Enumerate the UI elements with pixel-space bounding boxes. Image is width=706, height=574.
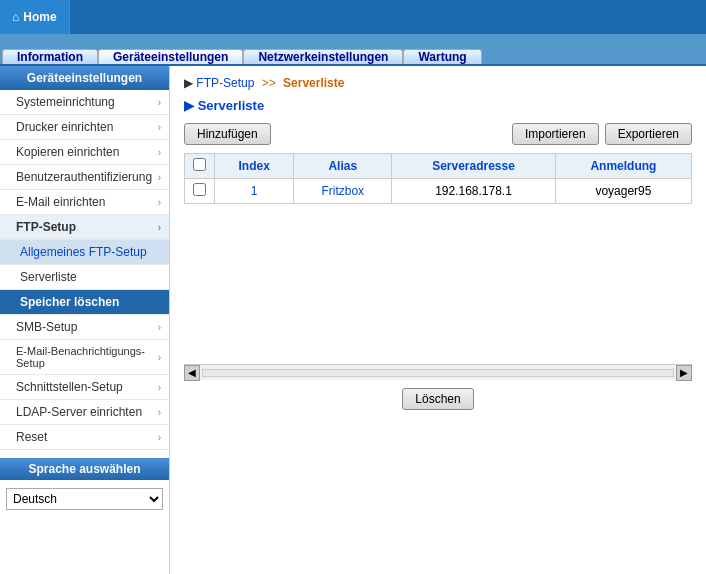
tab-wartung[interactable]: Wartung	[403, 49, 481, 64]
home-icon: ⌂	[12, 10, 19, 24]
add-button[interactable]: Hinzufügen	[184, 123, 271, 145]
row-checkbox[interactable]	[193, 183, 206, 196]
row-anmeldung: voyager95	[555, 179, 691, 204]
table-row: 1 Fritzbox 192.168.178.1 voyager95	[185, 179, 692, 204]
server-table: Index Alias Serveradresse Anmeldung	[184, 153, 692, 204]
tabs-bar: Information Geräteeinstellungen Netzwerk…	[0, 34, 706, 66]
nav-home[interactable]: ⌂ Home	[0, 0, 70, 34]
sidebar-item-drucker[interactable]: Drucker einrichten›	[0, 115, 169, 140]
breadcrumb-prefix: ▶	[184, 76, 193, 90]
main-content: ▶ FTP-Setup >> Serverliste ▶ Serverliste…	[170, 66, 706, 574]
scroll-right-btn[interactable]: ▶	[676, 365, 692, 381]
breadcrumb-setup-link[interactable]: FTP-Setup	[196, 76, 257, 90]
sidebar-item-speicher-loschen[interactable]: Speicher löschen	[0, 290, 169, 315]
scroll-track[interactable]	[202, 369, 674, 377]
toolbar: Hinzufügen Importieren Exportieren	[184, 123, 692, 145]
row-checkbox-cell	[185, 179, 215, 204]
bottom-action: Löschen	[184, 380, 692, 418]
horizontal-scrollbar[interactable]: ◀ ▶	[184, 364, 692, 380]
tab-netzwerkeinstellungen[interactable]: Netzwerkeinstellungen	[243, 49, 403, 64]
home-label: Home	[23, 10, 56, 24]
sidebar-item-allgemeines-ftp[interactable]: Allgemeines FTP-Setup	[0, 240, 169, 265]
sidebar-item-smb[interactable]: SMB-Setup›	[0, 315, 169, 340]
col-header-serveradresse: Serveradresse	[392, 154, 556, 179]
export-button[interactable]: Exportieren	[605, 123, 692, 145]
col-header-alias: Alias	[294, 154, 392, 179]
breadcrumb: ▶ FTP-Setup >> Serverliste	[184, 76, 692, 90]
col-header-index: Index	[215, 154, 294, 179]
col-header-anmeldung: Anmeldung	[555, 154, 691, 179]
row-serveradresse: 192.168.178.1	[392, 179, 556, 204]
breadcrumb-separator: >>	[262, 76, 276, 90]
sidebar-item-systemeinrichtung[interactable]: Systemeinrichtung›	[0, 90, 169, 115]
sidebar-item-reset[interactable]: Reset›	[0, 425, 169, 450]
col-header-checkbox	[185, 154, 215, 179]
toolbar-left: Hinzufügen	[184, 123, 271, 145]
lang-section-title: Sprache auswählen	[0, 458, 169, 480]
delete-button[interactable]: Löschen	[402, 388, 473, 410]
sidebar-item-ldap[interactable]: LDAP-Server einrichten›	[0, 400, 169, 425]
scroll-left-btn[interactable]: ◀	[184, 365, 200, 381]
tab-geraeteeinstellungen[interactable]: Geräteeinstellungen	[98, 49, 243, 64]
sidebar-item-email-notify[interactable]: E-Mail-Benachrichtigungs-Setup›	[0, 340, 169, 375]
sidebar: Geräteeinstellungen Systemeinrichtung› D…	[0, 66, 170, 574]
row-alias: Fritzbox	[294, 179, 392, 204]
row-index-link[interactable]: 1	[251, 184, 258, 198]
sidebar-item-ftp-setup[interactable]: FTP-Setup›	[0, 215, 169, 240]
sidebar-item-serverliste[interactable]: Serverliste	[0, 265, 169, 290]
sidebar-item-schnittstellen[interactable]: Schnittstellen-Setup›	[0, 375, 169, 400]
select-all-checkbox[interactable]	[193, 158, 206, 171]
import-button[interactable]: Importieren	[512, 123, 599, 145]
toolbar-right: Importieren Exportieren	[512, 123, 692, 145]
row-alias-link[interactable]: Fritzbox	[321, 184, 364, 198]
sidebar-section-title: Geräteeinstellungen	[0, 66, 169, 90]
section-title-prefix: ▶	[184, 98, 194, 113]
breadcrumb-current: Serverliste	[283, 76, 344, 90]
tab-information[interactable]: Information	[2, 49, 98, 64]
language-select[interactable]: Deutsch English Français	[6, 488, 163, 510]
section-title: ▶ Serverliste	[184, 98, 692, 113]
sidebar-item-benutzer[interactable]: Benutzerauthentifizierung›	[0, 165, 169, 190]
sidebar-item-kopieren[interactable]: Kopieren einrichten›	[0, 140, 169, 165]
row-index: 1	[215, 179, 294, 204]
sidebar-item-email[interactable]: E-Mail einrichten›	[0, 190, 169, 215]
